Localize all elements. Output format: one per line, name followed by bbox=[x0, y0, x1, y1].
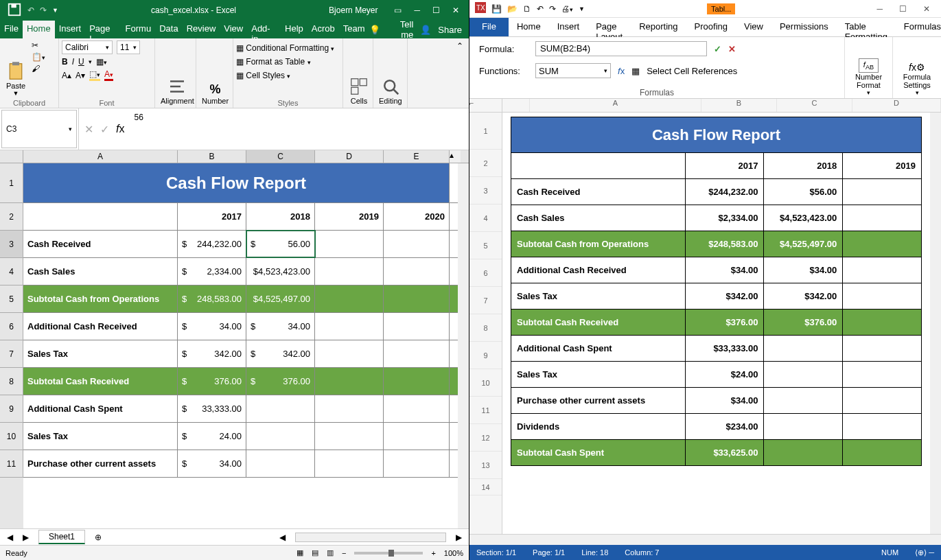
hscrollbar[interactable] bbox=[295, 533, 446, 542]
cell[interactable]: $4,525,497.00 bbox=[246, 285, 315, 312]
format-as-table-button[interactable]: ▦ Format as Table ▾ bbox=[236, 57, 334, 67]
row-header-4[interactable]: 4 bbox=[0, 258, 23, 285]
cell[interactable] bbox=[384, 258, 450, 285]
increase-font-icon[interactable]: A▴ bbox=[62, 71, 71, 80]
tx-row-header[interactable]: 6 bbox=[469, 259, 502, 287]
cell[interactable] bbox=[384, 340, 450, 367]
cell[interactable] bbox=[246, 450, 315, 477]
ribbon-options-icon[interactable]: ▭ bbox=[394, 5, 402, 15]
cell[interactable] bbox=[843, 257, 922, 283]
cell-label[interactable]: Subtotal Cash from Operations bbox=[23, 285, 178, 312]
hscroll-left[interactable]: ◀ bbox=[279, 533, 286, 542]
cell[interactable] bbox=[315, 450, 384, 477]
cell-label[interactable]: Sales Tax bbox=[511, 283, 686, 310]
row-header-6[interactable]: 6 bbox=[0, 313, 23, 340]
cell-label[interactable]: Dividends bbox=[511, 414, 686, 440]
tx-undo-icon[interactable]: ↶ bbox=[537, 4, 544, 14]
cell[interactable]: $248,583.00 bbox=[685, 231, 764, 257]
cell[interactable] bbox=[384, 313, 450, 340]
tx-row-header[interactable]: 11 bbox=[469, 397, 502, 424]
tx-close-icon[interactable]: ✕ bbox=[923, 4, 930, 14]
copy-icon[interactable]: 📋▾ bbox=[32, 52, 45, 62]
col-header-d[interactable]: D bbox=[315, 150, 384, 163]
col-header-c[interactable]: C bbox=[246, 150, 315, 163]
formula-cancel-icon[interactable]: ✕ bbox=[728, 44, 736, 54]
italic-button[interactable]: I bbox=[72, 57, 74, 67]
bold-button[interactable]: B bbox=[62, 57, 68, 67]
cell[interactable] bbox=[384, 231, 450, 257]
tx-row-header[interactable]: 9 bbox=[469, 342, 502, 369]
cell[interactable]: $2,334.00 bbox=[685, 205, 764, 231]
tx-tab-table-formatting[interactable]: Table Formatting bbox=[837, 18, 896, 36]
cell-label[interactable]: Sales Tax bbox=[23, 340, 178, 367]
tx-row-header[interactable]: 4 bbox=[469, 205, 502, 232]
tx-row-header[interactable]: 14 bbox=[469, 479, 502, 495]
cell[interactable]: $376.00 bbox=[246, 368, 315, 395]
tx-row-header[interactable]: 13 bbox=[469, 452, 502, 479]
formula-input[interactable]: 56 bbox=[130, 108, 469, 150]
tab-review[interactable]: Review bbox=[183, 21, 220, 38]
cell[interactable] bbox=[843, 440, 922, 466]
qat-dropdown-icon[interactable]: ▼ bbox=[52, 7, 58, 14]
cell[interactable]: $33,333.00 bbox=[178, 395, 246, 422]
tx-tab-permissions[interactable]: Permissions bbox=[771, 18, 837, 36]
row-header-1[interactable]: 1 bbox=[0, 163, 23, 203]
cell[interactable] bbox=[315, 231, 384, 257]
cell[interactable]: $24.00 bbox=[178, 423, 246, 450]
formula-accept-icon[interactable]: ✓ bbox=[714, 44, 721, 54]
tx-vscrollbar[interactable] bbox=[930, 113, 941, 534]
status-zoom-icons[interactable]: ⟨⊕⟩ ─ bbox=[915, 548, 934, 557]
cell-styles-button[interactable]: ▦ Cell Styles ▾ bbox=[236, 71, 334, 80]
tab-view[interactable]: View bbox=[220, 21, 247, 38]
tab-help[interactable]: Help bbox=[281, 21, 307, 38]
tx-tab-view[interactable]: View bbox=[736, 18, 771, 36]
fx-icon[interactable]: fx bbox=[116, 123, 124, 135]
report-title[interactable]: Cash Flow Report bbox=[511, 117, 922, 153]
cell[interactable] bbox=[843, 179, 922, 205]
cell-label[interactable]: Subtotal Cash Received bbox=[23, 368, 178, 395]
fx-insert-icon[interactable]: fx bbox=[618, 66, 625, 76]
cell-label[interactable]: Cash Sales bbox=[23, 258, 178, 285]
save-icon[interactable] bbox=[7, 2, 22, 19]
cancel-formula-icon[interactable]: ✕ bbox=[84, 123, 93, 136]
cell-label[interactable]: Sales Tax bbox=[511, 362, 686, 388]
cell-label[interactable]: Additional Cash Received bbox=[23, 313, 178, 340]
tab-acrobat[interactable]: Acrob bbox=[307, 21, 339, 38]
cell[interactable] bbox=[315, 368, 384, 395]
redo-icon[interactable]: ↷ bbox=[40, 5, 47, 15]
cell-label[interactable]: Sales Tax bbox=[23, 423, 178, 450]
cell[interactable] bbox=[843, 388, 922, 414]
zoom-out-button[interactable]: − bbox=[342, 549, 346, 557]
cell[interactable] bbox=[384, 368, 450, 395]
row-header-11[interactable]: 11 bbox=[0, 450, 23, 478]
cell[interactable]: $2,334.00 bbox=[178, 258, 246, 285]
cell[interactable]: $376.00 bbox=[685, 310, 764, 336]
tx-redo-icon[interactable]: ↷ bbox=[549, 4, 556, 14]
select-all-corner[interactable] bbox=[0, 150, 23, 163]
number-button[interactable]: %Number bbox=[199, 40, 231, 106]
hscroll-right[interactable]: ▶ bbox=[456, 533, 462, 542]
cell[interactable]: $34.00 bbox=[178, 450, 246, 477]
tab-formulas[interactable]: Formu bbox=[121, 21, 156, 38]
cell[interactable] bbox=[843, 362, 922, 388]
cell[interactable]: $24.00 bbox=[685, 362, 764, 388]
row-header-5[interactable]: 5 bbox=[0, 285, 23, 313]
cell[interactable]: $4,523,423.00 bbox=[764, 205, 843, 231]
tab-home[interactable]: Home bbox=[23, 21, 55, 38]
decrease-font-icon[interactable]: A▾ bbox=[75, 71, 85, 80]
name-box[interactable]: C3▾ bbox=[1, 110, 77, 148]
cell[interactable]: $4,523,423.00 bbox=[246, 258, 315, 285]
cell[interactable]: $4,525,497.00 bbox=[764, 231, 843, 257]
sheet-nav-prev[interactable]: ▶ bbox=[23, 533, 29, 542]
cell[interactable]: $34.00 bbox=[246, 313, 315, 340]
col-header-e[interactable]: E bbox=[384, 150, 450, 163]
alignment-button[interactable]: Alignment bbox=[158, 40, 197, 106]
tx-row-header[interactable]: 5 bbox=[469, 232, 502, 259]
tx-qat-dropdown[interactable]: ▼ bbox=[579, 5, 585, 12]
editing-button[interactable]: Editing bbox=[376, 40, 405, 106]
maximize-icon[interactable]: ☐ bbox=[432, 5, 440, 15]
cell[interactable]: $34.00 bbox=[178, 313, 246, 340]
tx-row-header[interactable]: 1 bbox=[469, 113, 502, 150]
formula-input[interactable]: SUM(B2:B4) bbox=[535, 41, 707, 56]
tx-tab-insert[interactable]: Insert bbox=[549, 18, 588, 36]
